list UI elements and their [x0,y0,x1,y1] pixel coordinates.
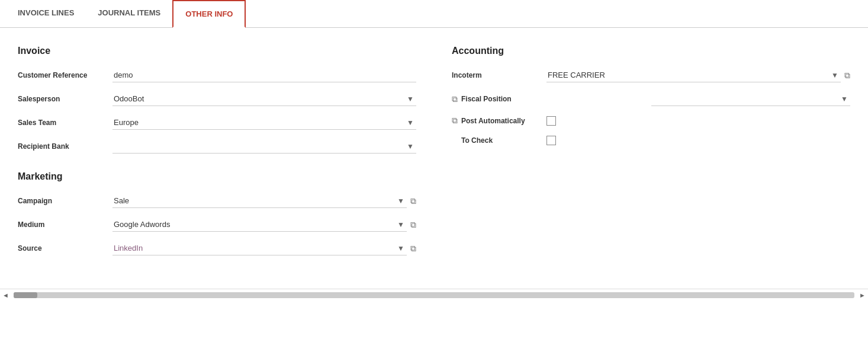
campaign-external-link-icon[interactable]: ⧉ [410,196,416,206]
tab-journal-items[interactable]: JOURNAL ITEMS [86,0,172,28]
source-select-wrapper: LinkedIn ▼ [112,241,407,255]
marketing-section-title: Marketing [18,171,416,182]
salesperson-select[interactable]: OdooBot [112,92,416,106]
source-label: Source [18,244,112,252]
customer-reference-label: Customer Reference [18,71,112,79]
fiscal-position-value: ▼ [651,92,851,106]
recipient-bank-label: Recipient Bank [18,142,112,151]
to-check-row: ⧉ To Check [452,135,850,145]
tab-invoice-lines[interactable]: INVOICE LINES [6,0,86,28]
incoterm-select[interactable]: FREE CARRIER [546,68,841,82]
sales-team-select[interactable]: Europe [112,116,416,130]
to-check-label-wrapper: ⧉ To Check [452,135,546,145]
two-column-layout: Invoice Customer Reference Salesperson O… [18,46,850,265]
to-check-value [546,136,850,145]
source-select[interactable]: LinkedIn [112,241,407,255]
recipient-bank-row: Recipient Bank ▼ [18,139,416,154]
customer-reference-input[interactable] [112,68,416,82]
to-check-label: To Check [461,136,493,145]
medium-external-link-icon[interactable]: ⧉ [410,220,416,230]
salesperson-select-wrapper: OdooBot ▼ [112,92,416,106]
fiscal-position-label: Fiscal Position [461,95,512,103]
customer-reference-value [112,68,416,82]
invoice-column: Invoice Customer Reference Salesperson O… [18,46,416,265]
medium-select[interactable]: Google Adwords [112,218,407,232]
tabs-bar: INVOICE LINES JOURNAL ITEMS OTHER INFO [0,0,868,28]
incoterm-select-wrapper: FREE CARRIER ▼ [546,68,841,82]
fiscal-position-select[interactable] [651,92,851,106]
source-row: Source LinkedIn ▼ ⧉ [18,241,416,255]
source-external-link-icon[interactable]: ⧉ [410,244,416,254]
scroll-track[interactable] [14,292,854,298]
campaign-label: Campaign [18,197,112,205]
sales-team-row: Sales Team Europe ▼ [18,116,416,130]
to-check-checkbox[interactable] [546,136,556,145]
recipient-bank-select[interactable] [112,139,416,154]
post-automatically-label: Post Automatically [461,117,525,125]
salesperson-value: OdooBot ▼ [112,92,416,106]
sales-team-label: Sales Team [18,119,112,127]
incoterm-external-link-icon[interactable]: ⧉ [844,71,850,81]
campaign-select[interactable]: Sale [112,194,407,208]
salesperson-label: Salesperson [18,95,112,103]
post-automatically-checkbox[interactable] [546,116,556,126]
horizontal-scrollbar: ◄ ► [0,289,868,301]
recipient-bank-select-wrapper: ▼ [112,139,416,154]
campaign-value: Sale ▼ ⧉ [112,194,416,208]
main-content: Invoice Customer Reference Salesperson O… [0,28,868,277]
invoice-section-title: Invoice [18,46,416,56]
fiscal-position-select-wrapper: ▼ [651,92,851,106]
sales-team-select-wrapper: Europe ▼ [112,116,416,130]
medium-row: Medium Google Adwords ▼ ⧉ [18,218,416,232]
salesperson-row: Salesperson OdooBot ▼ [18,92,416,106]
post-automatically-row: ⧉ Post Automatically [452,116,850,126]
post-automatically-link-icon[interactable]: ⧉ [452,116,458,126]
incoterm-label: Incoterm [452,71,546,79]
sales-team-value: Europe ▼ [112,116,416,130]
fiscal-position-link-icon[interactable]: ⧉ [452,94,458,104]
marketing-section: Marketing Campaign Sale ▼ ⧉ [18,171,416,255]
campaign-select-wrapper: Sale ▼ [112,194,407,208]
tab-other-info[interactable]: OTHER INFO [172,0,246,28]
medium-label: Medium [18,220,112,229]
scroll-right-arrow[interactable]: ► [857,292,868,299]
source-value: LinkedIn ▼ ⧉ [112,241,416,255]
accounting-section-title: Accounting [452,46,850,56]
post-automatically-value [546,116,850,126]
fiscal-position-row: ⧉ Fiscal Position ▼ [452,92,850,106]
medium-select-wrapper: Google Adwords ▼ [112,218,407,232]
recipient-bank-value: ▼ [112,139,416,154]
scroll-left-arrow[interactable]: ◄ [0,292,11,299]
incoterm-value: FREE CARRIER ▼ ⧉ [546,68,850,82]
incoterm-row: Incoterm FREE CARRIER ▼ ⧉ [452,68,850,82]
post-automatically-label-wrapper: ⧉ Post Automatically [452,116,546,126]
medium-value: Google Adwords ▼ ⧉ [112,218,416,232]
customer-reference-row: Customer Reference [18,68,416,82]
campaign-row: Campaign Sale ▼ ⧉ [18,194,416,208]
fiscal-position-icon-wrapper: ⧉ Fiscal Position [452,94,651,104]
scroll-thumb[interactable] [14,292,37,298]
accounting-column: Accounting Incoterm FREE CARRIER ▼ ⧉ [452,46,850,265]
